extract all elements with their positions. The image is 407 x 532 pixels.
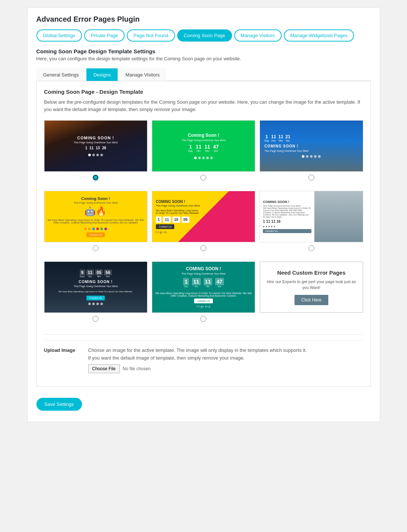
dot <box>88 228 91 230</box>
dot <box>310 155 313 158</box>
template-grid-row3: 9 Days 11 Hrs 05 Min <box>44 261 363 328</box>
template-item-4: Coming Soon ! This Page Going Overthrow … <box>44 191 147 251</box>
dot <box>198 157 201 159</box>
nav-page-not-found[interactable]: Page Not Found <box>127 29 175 42</box>
dot <box>96 303 99 305</box>
t7n4: 56 <box>104 269 111 275</box>
click-here-button[interactable]: Click Here <box>294 295 328 305</box>
template-radio-3[interactable] <box>308 175 314 181</box>
choose-file-button[interactable]: Choose File <box>88 364 120 373</box>
save-settings-button[interactable]: Save Settings <box>36 398 82 411</box>
template-grid-row2: Coming Soon ! This Page Going Overthrow … <box>44 191 363 258</box>
radio-row-7 <box>93 316 99 322</box>
t5n3: 19 <box>172 217 180 223</box>
template-thumb-7[interactable]: 9 Days 11 Hrs 05 Min <box>44 261 147 313</box>
template-thumb-2[interactable]: Coming Soon ! This Page Going Overthrow … <box>152 120 255 172</box>
tmpl7-dots <box>88 303 103 305</box>
dot <box>210 157 213 159</box>
template-radio-8[interactable] <box>200 316 206 322</box>
nav-coming-soon[interactable]: Coming Soon Page <box>177 29 232 42</box>
template-radio-5[interactable] <box>200 245 206 251</box>
tmpl4-contact-btn: Contact Us <box>86 232 105 237</box>
custom-error-box: Need Custom Error Pages Hire our Experts… <box>260 261 363 313</box>
template-radio-7[interactable] <box>93 316 99 322</box>
t8n2: 11 <box>192 278 201 285</box>
tmpl3-dots <box>264 155 358 158</box>
tmpl5-timer: 1 11 19 09 <box>156 217 189 223</box>
t8n3: 11 <box>204 278 213 285</box>
t8l4: Sec <box>218 285 221 288</box>
template-radio-1[interactable] <box>93 175 99 181</box>
template-thumb-6[interactable]: COMING SOON ! This Page Going Overthrow … <box>260 191 363 242</box>
tmpl6-social: ● ● ● ● ● <box>263 225 311 228</box>
dot <box>194 157 197 159</box>
t5n1: 1 <box>156 217 162 223</box>
nav-private-page[interactable]: Private Page <box>84 29 125 42</box>
template-thumb-5[interactable]: COMING SOON ! This Page Going Overthrow … <box>152 191 255 242</box>
tmpl2-sub: This Page Going Overthrow Your Mind <box>182 139 225 142</box>
tmpl2-dots <box>194 157 213 159</box>
template-item-8: COMING SOON ! This Page Going Overthrow … <box>152 261 255 322</box>
tab-designs[interactable]: Designs <box>86 68 118 81</box>
main-wrapper: Advanced Error Pages Plugin Global Setti… <box>27 7 380 422</box>
t6n1: 1 <box>263 219 265 224</box>
t6n3: 11 <box>271 219 275 224</box>
template-thumb-8[interactable]: COMING SOON ! This Page Going Overthrow … <box>152 261 255 313</box>
template-radio-2[interactable] <box>200 175 206 181</box>
t2l4: Sec <box>214 150 218 152</box>
template-item-6: COMING SOON ! This Page Going Overthrow … <box>260 191 363 251</box>
dot <box>314 155 317 158</box>
dot <box>88 154 91 156</box>
dot <box>100 303 103 305</box>
template-item-3: 1Day 11Hrs 11Min 21Sec COMING SOON ! Thi… <box>260 120 363 181</box>
top-nav: Global Settings Private Page Page Not Fo… <box>36 29 371 42</box>
radio-row-4 <box>93 245 99 251</box>
t7l3: Min <box>97 275 101 278</box>
tmpl4-dots <box>84 228 107 230</box>
template-thumb-1[interactable]: COMING SOON ! This Page Going Overthrow … <box>44 120 147 172</box>
template-radio-6[interactable] <box>308 245 314 251</box>
tab-manage-visitors[interactable]: Manage Visitors <box>118 68 167 81</box>
tmpl4-mascot: 🤖🔥 <box>85 206 107 217</box>
template-item-2: Coming Soon ! This Page Going Overthrow … <box>152 120 255 181</box>
dot <box>104 228 107 230</box>
tmpl7-title: COMING SOON ! <box>79 280 113 284</box>
nav-manage-visitors[interactable]: Manage Visitors <box>234 29 282 42</box>
t3n2: 11 <box>271 134 276 139</box>
tmpl5-social: f t g+ in <box>156 231 167 234</box>
tmpl6-desc: We have Been Spending Long Hours In Orde… <box>263 207 311 218</box>
upload-label: Upload Image <box>44 347 81 353</box>
dot <box>302 155 304 158</box>
tmpl2-title: Coming Soon ! <box>188 133 219 138</box>
nav-manage-widgetized[interactable]: Manage Widgetized Pages <box>284 29 354 42</box>
tab-general-settings[interactable]: General Settings <box>36 68 86 81</box>
t3n4: 21 <box>285 134 290 139</box>
s8-in: in <box>205 305 207 308</box>
tmpl7-desc: We have Been Spending Long Hours In Orde… <box>58 290 133 293</box>
tmpl8-social: f t g+ in p <box>197 305 210 308</box>
t7g4: 56 Sec <box>104 269 111 278</box>
tmpl8-timer: 1Day 11Hrs 11Min 47Sec <box>183 278 224 288</box>
t7g1: 9 Days <box>80 269 85 278</box>
template-preview-3: 1Day 11Hrs 11Min 21Sec COMING SOON ! Thi… <box>260 121 363 171</box>
radio-row-3 <box>308 175 314 181</box>
tmpl3-timer: 1Day 11Hrs 11Min 21Sec <box>264 134 358 142</box>
t7n1: 9 <box>80 269 85 275</box>
t2l3: Min <box>205 150 209 152</box>
tmpl8-contact: Contact Us <box>194 299 213 303</box>
dot <box>96 228 99 230</box>
t3n3: 11 <box>278 134 283 139</box>
template-item-1: COMING SOON ! This Page Going Overthrow … <box>44 120 147 181</box>
t7g3: 05 Min <box>95 269 103 278</box>
tmpl6-timer: 1 11 11 16 <box>263 219 311 224</box>
tmpl4-title: Coming Soon ! <box>81 196 110 201</box>
t3l3: Min <box>279 139 283 142</box>
template-thumb-3[interactable]: 1Day 11Hrs 11Min 21Sec COMING SOON ! Thi… <box>260 120 363 172</box>
template-radio-4[interactable] <box>93 245 99 251</box>
custom-box-desc: Hire our Experts to get pert your page l… <box>266 279 356 290</box>
tmpl7-sub: This Page Going Overthrow Your Mind <box>74 285 117 288</box>
nav-global-settings[interactable]: Global Settings <box>36 29 82 42</box>
template-thumb-4[interactable]: Coming Soon ! This Page Going Overthrow … <box>44 191 147 242</box>
t2l1: Day <box>188 150 193 152</box>
t6n2: 11 <box>266 219 270 224</box>
